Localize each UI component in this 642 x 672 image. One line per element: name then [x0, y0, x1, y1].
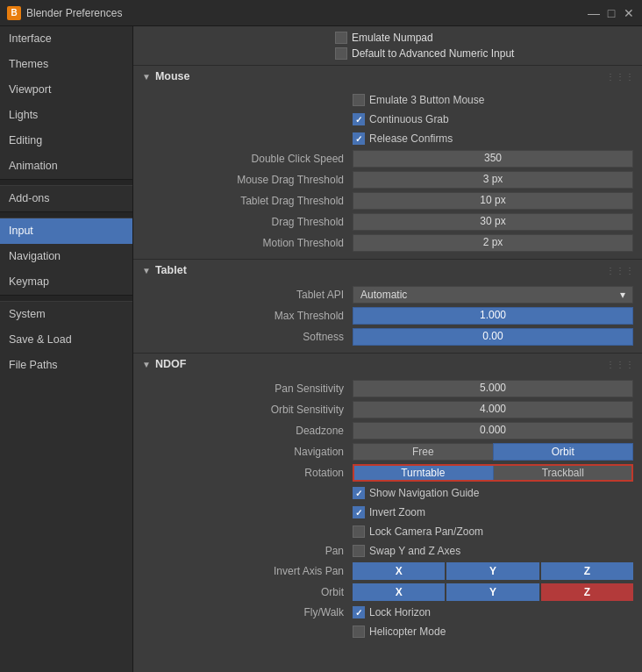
swap-yz-item[interactable]: Swap Y and Z Axes	[353, 545, 633, 557]
tablet-drag-input[interactable]: 10 px	[353, 192, 633, 210]
ndof-section-body: Pan Sensitivity 5.000 Orbit Sensitivity …	[133, 375, 642, 645]
default-advanced-row: Default to Advanced Numeric Input	[335, 46, 633, 61]
softness-input[interactable]: 0.00	[353, 328, 633, 346]
sidebar-item-animation[interactable]: Animation	[0, 154, 132, 179]
motion-row: Motion Threshold 2 px	[133, 232, 642, 254]
ndof-section: ▼ NDOF ⋮⋮⋮ Pan Sensitivity 5.000 Orbit S…	[133, 354, 642, 645]
emulate-numpad-checkbox[interactable]	[335, 32, 347, 44]
minimize-button[interactable]: —	[588, 7, 600, 19]
sidebar-item-viewport[interactable]: Viewport	[0, 77, 132, 103]
flywalk-label: Fly/Walk	[142, 606, 353, 618]
tablet-section-body: Tablet API Automatic ▾ Max Threshold 1.0…	[133, 281, 642, 351]
sidebar-divider-2	[0, 211, 132, 218]
helicopter-mode-label: Helicopter Mode	[369, 626, 446, 638]
sidebar-item-addons[interactable]: Add-ons	[0, 186, 132, 211]
max-threshold-input[interactable]: 1.000	[353, 307, 633, 325]
default-advanced-checkbox[interactable]	[335, 47, 347, 60]
show-nav-guide-item[interactable]: Show Navigation Guide	[353, 487, 479, 499]
orbit-sens-input[interactable]: 4.000	[353, 401, 633, 418]
ndof-section-dots: ⋮⋮⋮	[606, 360, 635, 369]
tablet-section: ▼ Tablet ⋮⋮⋮ Tablet API Automatic ▾	[133, 260, 642, 351]
orbit-z-button[interactable]: Z	[541, 583, 633, 601]
emulate-numpad-label: Emulate Numpad	[352, 32, 433, 44]
orbit-y-button[interactable]: Y	[446, 583, 539, 601]
lock-camera-pan-item[interactable]: Lock Camera Pan/Zoom	[353, 525, 483, 538]
drag-input[interactable]: 30 px	[353, 213, 633, 231]
app-icon: B	[7, 6, 21, 20]
invert-zoom-item[interactable]: Invert Zoom	[353, 506, 425, 518]
show-nav-guide-checkbox[interactable]	[353, 487, 365, 499]
emulate3-checkbox[interactable]	[353, 94, 365, 106]
maximize-button[interactable]: □	[605, 7, 617, 19]
pan-swap-row: Pan Swap Y and Z Axes	[133, 541, 642, 561]
mouse-section-body: Emulate 3 Button Mouse Continuous Grab R…	[133, 87, 642, 257]
pan-sens-input[interactable]: 5.000	[353, 380, 633, 397]
tablet-arrow-icon: ▼	[142, 266, 151, 275]
lock-camera-pan-checkbox[interactable]	[353, 525, 365, 538]
navigation-buttons: Free Orbit	[353, 443, 633, 461]
sidebar-item-input[interactable]: Input	[0, 218, 132, 244]
invert-axis-pan-row: Invert Axis Pan X Y Z	[133, 561, 642, 582]
sidebar-item-keymap[interactable]: Keymap	[0, 269, 132, 295]
softness-value: 0.00	[353, 328, 633, 346]
navigation-row: Navigation Free Orbit	[133, 441, 642, 462]
lock-camera-pan-label: Lock Camera Pan/Zoom	[369, 525, 483, 538]
release-confirms-row: Release Confirms	[344, 129, 642, 148]
invert-pan-y-button[interactable]: Y	[446, 562, 539, 580]
sidebar-item-saveload[interactable]: Save & Load	[0, 327, 132, 353]
ndof-section-header[interactable]: ▼ NDOF ⋮⋮⋮	[133, 354, 642, 375]
mouse-drag-input[interactable]: 3 px	[353, 171, 633, 189]
swap-yz-checkbox[interactable]	[353, 545, 365, 557]
tablet-api-label: Tablet API	[142, 289, 353, 301]
lock-horizon-item[interactable]: Lock Horizon	[353, 606, 633, 618]
ndof-arrow-icon: ▼	[142, 360, 151, 369]
continuous-grab-checkbox[interactable]	[353, 113, 365, 125]
double-click-row: Double Click Speed 350	[133, 148, 642, 169]
sidebar-item-navigation[interactable]: Navigation	[0, 244, 132, 269]
release-confirms-item[interactable]: Release Confirms	[353, 132, 453, 145]
nav-orbit-button[interactable]: Orbit	[493, 443, 634, 461]
continuous-grab-item[interactable]: Continuous Grab	[353, 113, 449, 125]
sidebar-item-editing[interactable]: Editing	[0, 128, 132, 154]
tablet-drag-row: Tablet Drag Threshold 10 px	[133, 190, 642, 211]
app-layout: Interface Themes Viewport Lights Editing…	[0, 26, 642, 672]
pan-label: Pan	[142, 545, 353, 557]
close-button[interactable]: ✕	[623, 7, 635, 19]
tablet-section-header[interactable]: ▼ Tablet ⋮⋮⋮	[133, 260, 642, 281]
invert-pan-x-button[interactable]: X	[353, 562, 445, 580]
helicopter-mode-item[interactable]: Helicopter Mode	[353, 626, 446, 638]
invert-zoom-checkbox[interactable]	[353, 506, 365, 518]
deadzone-input[interactable]: 0.000	[353, 422, 633, 440]
invert-pan-z-button[interactable]: Z	[541, 562, 633, 580]
nav-free-button[interactable]: Free	[353, 443, 493, 461]
invert-zoom-row: Invert Zoom	[344, 503, 642, 522]
emulate3-checkbox-item[interactable]: Emulate 3 Button Mouse	[353, 94, 484, 106]
rot-turntable-button[interactable]: Turntable	[353, 464, 493, 482]
release-confirms-checkbox[interactable]	[353, 132, 365, 145]
helicopter-mode-checkbox[interactable]	[353, 626, 365, 638]
orbit-axis-label: Orbit	[142, 586, 353, 598]
tablet-api-select[interactable]: Automatic ▾	[353, 286, 633, 304]
mouse-section-header[interactable]: ▼ Mouse ⋮⋮⋮	[133, 66, 642, 87]
tablet-api-value: Automatic ▾	[353, 286, 633, 304]
rotation-buttons: Turntable Trackball	[353, 464, 633, 482]
orbit-x-button[interactable]: X	[353, 583, 445, 601]
motion-input[interactable]: 2 px	[353, 234, 633, 252]
sidebar-item-filepaths[interactable]: File Paths	[0, 353, 132, 378]
rotation-label: Rotation	[142, 467, 353, 479]
pan-swap-value: Swap Y and Z Axes	[353, 545, 633, 557]
orbit-axis-buttons: X Y Z	[353, 583, 633, 601]
continuous-grab-row: Continuous Grab	[344, 110, 642, 129]
flywalk-value: Lock Horizon	[353, 606, 633, 618]
sidebar-item-interface[interactable]: Interface	[0, 26, 132, 52]
sidebar-item-system[interactable]: System	[0, 302, 132, 327]
sidebar-item-themes[interactable]: Themes	[0, 52, 132, 77]
sidebar-divider-1	[0, 179, 132, 186]
rot-trackball-button[interactable]: Trackball	[493, 464, 634, 482]
title-bar-controls: — □ ✕	[588, 7, 635, 19]
double-click-input[interactable]: 350	[353, 150, 633, 168]
max-threshold-row: Max Threshold 1.000	[133, 305, 642, 326]
sidebar-item-lights[interactable]: Lights	[0, 103, 132, 128]
rotation-btn-group: Turntable Trackball	[353, 464, 633, 482]
lock-horizon-checkbox[interactable]	[353, 606, 365, 618]
